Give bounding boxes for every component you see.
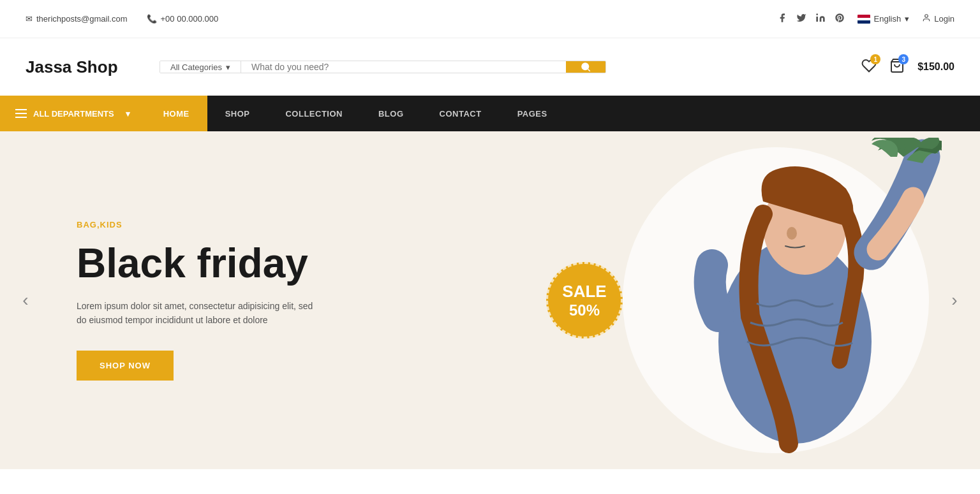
nav-collection-label: COLLECTION — [285, 109, 343, 119]
login-link[interactable]: Login — [922, 13, 954, 24]
sale-text: SALE — [562, 282, 606, 301]
search-icon — [580, 61, 591, 73]
phone-contact: 📞 +00 00.000.000 — [147, 14, 219, 24]
svg-line-3 — [588, 69, 590, 71]
facebook-icon[interactable] — [777, 13, 787, 25]
svg-point-0 — [816, 13, 818, 15]
chevron-down-icon: ▾ — [126, 109, 130, 119]
user-icon — [922, 13, 931, 24]
all-departments-menu[interactable]: ALL DEPARTMENTS ▾ — [0, 96, 145, 131]
top-bar-left: ✉ therichposts@gmail.com 📞 +00 00.000.00… — [26, 14, 218, 24]
nav-item-contact[interactable]: CONTACT — [422, 96, 500, 131]
wishlist-button[interactable]: 1 — [861, 58, 877, 76]
slider-prev-button[interactable]: ‹ — [13, 287, 38, 313]
search-bar: All Categories ▾ — [160, 61, 606, 73]
hero-content: BAG,KIDS Black friday Lorem ipsum dolor … — [0, 220, 980, 380]
search-button[interactable] — [566, 61, 605, 73]
social-icons — [777, 13, 845, 25]
phone-number: +00 00.000.000 — [161, 14, 219, 24]
hero-tag: BAG,KIDS — [77, 220, 980, 229]
nav-contact-label: CONTACT — [440, 109, 482, 119]
search-input[interactable] — [241, 61, 566, 73]
nav-pages-label: PAGES — [517, 109, 547, 119]
top-bar: ✉ therichposts@gmail.com 📞 +00 00.000.00… — [0, 0, 980, 38]
nav-home-label: HOME — [163, 109, 189, 119]
chevron-down-icon: ▾ — [905, 14, 909, 24]
nav-bar: ALL DEPARTMENTS ▾ HOME SHOP COLLECTION B… — [0, 96, 980, 131]
phone-icon: 📞 — [147, 14, 157, 24]
svg-point-2 — [581, 62, 589, 70]
nav-blog-label: BLOG — [378, 109, 404, 119]
svg-point-1 — [925, 15, 928, 18]
hero-description: Lorem ipsum dolor sit amet, consectetur … — [77, 299, 319, 328]
nav-item-collection[interactable]: COLLECTION — [267, 96, 360, 131]
shop-now-button[interactable]: SHOP NOW — [77, 351, 174, 381]
chevron-down-icon: ▾ — [226, 62, 230, 72]
nav-items: HOME SHOP COLLECTION BLOG CONTACT PAGES — [145, 96, 980, 131]
category-label: All Categories — [170, 62, 222, 72]
cart-badge: 3 — [898, 54, 909, 64]
language-selector[interactable]: English ▾ — [858, 14, 910, 24]
category-dropdown[interactable]: All Categories ▾ — [160, 61, 241, 73]
nav-item-pages[interactable]: PAGES — [500, 96, 565, 131]
flag-icon — [858, 15, 870, 24]
pinterest-icon[interactable] — [835, 13, 845, 25]
language-label: English — [874, 14, 902, 24]
sale-percent: 50% — [569, 301, 600, 319]
mail-icon: ✉ — [26, 14, 33, 24]
hamburger-icon — [15, 109, 27, 118]
slider-next-button[interactable]: › — [942, 287, 967, 313]
logo[interactable]: Jassa Shop — [26, 57, 140, 77]
linkedin-icon[interactable] — [815, 13, 826, 25]
header-actions: 1 3 $150.00 — [861, 58, 954, 76]
wishlist-badge: 1 — [870, 54, 880, 64]
nav-shop-label: SHOP — [225, 109, 250, 119]
nav-item-home[interactable]: HOME — [145, 96, 207, 131]
cart-button[interactable]: 3 — [889, 58, 905, 76]
email-contact: ✉ therichposts@gmail.com — [26, 14, 128, 24]
cart-total: $150.00 — [917, 61, 954, 73]
twitter-icon[interactable] — [796, 13, 806, 25]
login-label: Login — [934, 14, 954, 24]
hero-section: ‹ BAG,KIDS Black friday Lorem ipsum dolo… — [0, 131, 980, 469]
email-address: therichposts@gmail.com — [36, 14, 128, 24]
top-bar-right: English ▾ Login — [777, 13, 954, 25]
hero-title: Black friday — [77, 241, 980, 286]
nav-item-blog[interactable]: BLOG — [360, 96, 422, 131]
header: Jassa Shop All Categories ▾ 1 3 $150.00 — [0, 38, 980, 96]
all-departments-label: ALL DEPARTMENTS — [33, 109, 114, 119]
nav-item-shop[interactable]: SHOP — [207, 96, 268, 131]
sale-badge: SALE 50% — [546, 262, 623, 338]
